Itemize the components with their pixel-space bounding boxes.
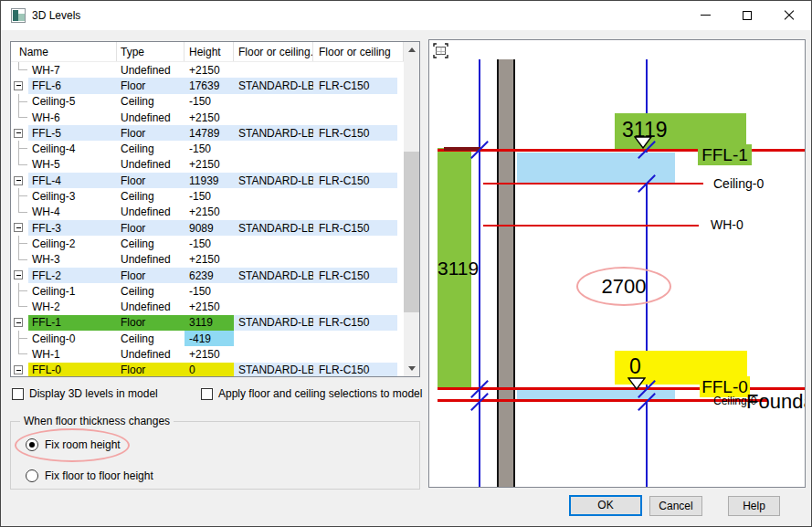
cell-floor-structure[interactable]	[234, 252, 313, 268]
cell-name[interactable]: Ceiling-5	[28, 94, 117, 110]
table-row-ceiling-5[interactable]: Ceiling-5Ceiling-150	[11, 94, 419, 110]
cell-height[interactable]: 9089	[185, 220, 234, 236]
checkbox-box[interactable]	[12, 388, 24, 400]
cell-floor-finish[interactable]: FLR-C150	[313, 315, 397, 331]
table-row-ceiling-3[interactable]: Ceiling-3Ceiling-150	[11, 188, 419, 204]
cell-height[interactable]: +2150	[185, 157, 234, 173]
cell-type[interactable]: Undefined	[117, 205, 185, 220]
cell-type[interactable]: Undefined	[117, 346, 185, 362]
cell-height[interactable]: 3119	[185, 315, 234, 331]
cell-type[interactable]: Floor	[117, 363, 185, 377]
table-row-wh-4[interactable]: WH-4Undefined+2150	[11, 205, 419, 220]
cell-height[interactable]: -150	[185, 94, 234, 110]
cell-name[interactable]: FFL-2	[28, 268, 117, 283]
cell-floor-structure[interactable]: STANDARD-LB	[234, 315, 313, 331]
checkbox-display-3d-levels[interactable]: Display 3D levels in model	[12, 387, 158, 400]
checkbox-apply-selections[interactable]: Apply floor and ceiling selections to mo…	[201, 387, 422, 400]
cell-floor-structure[interactable]: STANDARD-LB	[234, 220, 313, 236]
column-header-floor-finish[interactable]: Floor or ceiling	[313, 42, 404, 61]
cell-name[interactable]: FFL-1	[28, 315, 117, 331]
cell-floor-finish[interactable]	[313, 205, 397, 220]
cell-floor-structure[interactable]: STANDARD-LB	[234, 268, 313, 283]
cell-name[interactable]: WH-1	[28, 346, 117, 362]
cell-floor-structure[interactable]	[234, 110, 313, 125]
cell-floor-finish[interactable]	[313, 252, 397, 268]
tree-expand-box[interactable]	[11, 78, 28, 93]
tree-expand-box[interactable]	[11, 363, 28, 377]
cell-floor-finish[interactable]	[313, 62, 397, 78]
cell-type[interactable]: Ceiling	[117, 141, 185, 156]
cell-floor-finish[interactable]: FLR-C150	[313, 363, 397, 377]
cell-height[interactable]: -150	[185, 188, 234, 204]
column-header-height[interactable]: Height	[185, 42, 234, 61]
cell-name[interactable]: Ceiling-2	[28, 236, 117, 251]
cell-floor-structure[interactable]	[234, 236, 313, 251]
cell-name[interactable]: FFL-3	[28, 220, 117, 236]
scroll-down-arrow[interactable]	[404, 361, 419, 376]
cell-floor-structure[interactable]: STANDARD-LB	[234, 78, 313, 93]
cell-height[interactable]: 6239	[185, 268, 234, 283]
scroll-up-arrow[interactable]	[404, 42, 419, 58]
maximize-button[interactable]	[726, 1, 768, 29]
cell-floor-finish[interactable]: FLR-C150	[313, 78, 397, 93]
column-header-name[interactable]: Name	[11, 42, 117, 61]
table-scrollbar[interactable]	[404, 42, 419, 376]
cell-floor-structure[interactable]: STANDARD-LB	[234, 173, 313, 188]
table-row-wh-1[interactable]: WH-1Undefined+2150	[11, 346, 419, 362]
table-row-wh-2[interactable]: WH-2Undefined+2150	[11, 299, 419, 314]
table-row-ffl-5[interactable]: FFL-5Floor14789STANDARD-LBFLR-C150	[11, 125, 419, 141]
tree-expand-box[interactable]	[11, 125, 28, 141]
cell-floor-finish[interactable]: FLR-C150	[313, 268, 397, 283]
cell-floor-finish[interactable]	[313, 299, 397, 314]
cell-floor-structure[interactable]: STANDARD-LB	[234, 363, 313, 377]
cell-type[interactable]: Undefined	[117, 62, 185, 78]
cell-floor-structure[interactable]	[234, 94, 313, 110]
cell-type[interactable]: Floor	[117, 78, 185, 93]
zoom-extents-icon[interactable]	[433, 43, 448, 58]
tree-expand-box[interactable]	[11, 220, 28, 236]
column-header-type[interactable]: Type	[117, 42, 185, 61]
cell-type[interactable]: Floor	[117, 173, 185, 188]
titlebar[interactable]: 3D Levels	[1, 1, 811, 30]
cell-name[interactable]: WH-3	[28, 252, 117, 268]
cell-floor-structure[interactable]	[234, 62, 313, 78]
cell-height[interactable]: +2150	[185, 252, 234, 268]
cell-name[interactable]: WH-7	[28, 62, 117, 78]
table-row-ceiling-4[interactable]: Ceiling-4Ceiling-150	[11, 141, 419, 156]
cell-name[interactable]: Ceiling-4	[28, 141, 117, 156]
cell-type[interactable]: Undefined	[117, 252, 185, 268]
tree-expand-box[interactable]	[11, 268, 28, 283]
column-header-floor-structure[interactable]: Floor or ceiling...	[234, 42, 313, 61]
tree-expand-box[interactable]	[11, 173, 28, 188]
cell-name[interactable]: WH-6	[28, 110, 117, 125]
cell-name[interactable]: WH-5	[28, 157, 117, 173]
radio-circle[interactable]	[26, 469, 38, 482]
cell-name[interactable]: Ceiling-1	[28, 283, 117, 299]
cell-name[interactable]: Ceiling-0	[28, 331, 117, 346]
table-row-wh-3[interactable]: WH-3Undefined+2150	[11, 252, 419, 268]
cell-floor-finish[interactable]: FLR-C150	[313, 125, 397, 141]
cell-floor-finish[interactable]	[313, 283, 397, 299]
cell-height[interactable]: 11939	[185, 173, 234, 188]
cell-type[interactable]: Floor	[117, 220, 185, 236]
cell-name[interactable]: Ceiling-3	[28, 188, 117, 204]
cell-floor-finish[interactable]	[313, 188, 397, 204]
table-row-wh-6[interactable]: WH-6Undefined+2150	[11, 110, 419, 125]
cell-floor-finish[interactable]	[313, 110, 397, 125]
cell-type[interactable]: Ceiling	[117, 188, 185, 204]
help-button[interactable]: Help	[728, 496, 780, 516]
cancel-button[interactable]: Cancel	[649, 496, 702, 516]
cell-floor-structure[interactable]	[234, 331, 313, 346]
table-row-wh-5[interactable]: WH-5Undefined+2150	[11, 157, 419, 173]
cell-floor-structure[interactable]	[234, 346, 313, 362]
table-row-ffl-1[interactable]: FFL-1Floor3119STANDARD-LBFLR-C150	[11, 315, 419, 331]
radio-fix-floor-to-floor[interactable]: Fix floor to floor height	[26, 469, 153, 482]
cell-type[interactable]: Ceiling	[117, 331, 185, 346]
cell-height[interactable]: +2150	[185, 346, 234, 362]
cell-floor-finish[interactable]	[313, 94, 397, 110]
table-row-ffl-2[interactable]: FFL-2Floor6239STANDARD-LBFLR-C150	[11, 268, 419, 283]
checkbox-box[interactable]	[201, 388, 213, 400]
cell-floor-structure[interactable]	[234, 283, 313, 299]
table-row-ceiling-0[interactable]: Ceiling-0Ceiling-419	[11, 331, 419, 346]
cell-type[interactable]: Ceiling	[117, 283, 185, 299]
